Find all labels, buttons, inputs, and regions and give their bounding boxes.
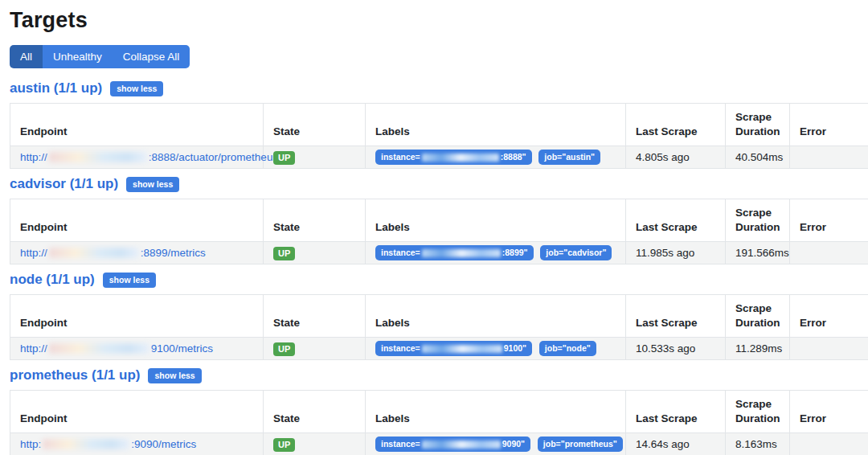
col-header-state: State — [264, 391, 366, 433]
redacted-host-blur — [43, 439, 129, 449]
instance-label-badge[interactable]: instance=:8888" — [375, 150, 532, 165]
col-header-endpoint: Endpoint — [10, 391, 264, 433]
job-label-badge[interactable]: job="cadvisor" — [540, 245, 612, 260]
col-header-state: State — [264, 199, 366, 242]
endpoint-prefix: http:// — [20, 247, 47, 259]
endpoint-link[interactable]: http://9100/metrics — [20, 342, 213, 355]
instance-label-prefix: instance= — [381, 153, 420, 162]
show-less-button[interactable]: show less — [148, 368, 201, 383]
labels-cell: instance=9100" job="node" — [366, 338, 626, 360]
instance-label-prefix: instance= — [381, 440, 420, 449]
labels-cell: instance=:8899" job="cadvisor" — [366, 242, 626, 264]
job-header: cadvisor (1/1 up) show less — [10, 176, 868, 192]
endpoint-cell: http::9090/metrics — [10, 433, 264, 455]
endpoint-link[interactable]: http://:8888/actuator/prometheus — [20, 151, 278, 163]
instance-label-badge[interactable]: instance=9090" — [375, 437, 530, 452]
redacted-host-blur — [49, 343, 149, 354]
col-header-scrape-duration: Scrape Duration — [726, 295, 790, 338]
job-title-link[interactable]: node (1/1 up) — [10, 272, 95, 288]
scrape-duration-cell: 191.566ms — [726, 242, 790, 264]
redacted-instance-blur — [422, 441, 501, 449]
job-section-prometheus: prometheus (1/1 up) show less Endpoint S… — [10, 367, 868, 455]
last-scrape-cell: 4.805s ago — [626, 146, 726, 169]
job-header: node (1/1 up) show less — [10, 272, 868, 288]
endpoint-link[interactable]: http::9090/metrics — [20, 438, 196, 450]
last-scrape-cell: 11.985s ago — [626, 242, 726, 264]
scrape-duration-cell: 40.504ms — [726, 146, 790, 169]
job-title-link[interactable]: austin (1/1 up) — [10, 80, 102, 96]
col-header-scrape-duration: Scrape Duration — [726, 104, 790, 146]
job-title-link[interactable]: prometheus (1/1 up) — [10, 367, 140, 383]
job-label-badge[interactable]: job="austin" — [538, 150, 600, 165]
error-cell — [790, 146, 868, 169]
endpoint-suffix: 9100/metrics — [151, 342, 213, 355]
table-header-row: Endpoint State Labels Last Scrape Scrape… — [10, 295, 868, 338]
last-scrape-cell: 10.533s ago — [626, 338, 726, 360]
endpoint-suffix: :8899/metrics — [141, 247, 206, 259]
targets-table: Endpoint State Labels Last Scrape Scrape… — [10, 103, 868, 169]
state-up-badge: UP — [273, 342, 295, 356]
targets-table: Endpoint State Labels Last Scrape Scrape… — [10, 390, 868, 455]
col-header-error: Error — [790, 199, 868, 242]
redacted-instance-blur — [422, 154, 499, 162]
col-header-endpoint: Endpoint — [10, 199, 264, 242]
col-header-last-scrape: Last Scrape — [626, 391, 726, 433]
error-cell — [790, 433, 868, 455]
col-header-labels: Labels — [366, 295, 626, 338]
job-header: austin (1/1 up) show less — [10, 80, 868, 96]
filter-button-group: All Unhealthy Collapse All — [10, 45, 190, 68]
endpoint-suffix: :8888/actuator/prometheus — [149, 151, 278, 163]
redacted-host-blur — [49, 152, 147, 162]
job-label-badge[interactable]: job="prometheus" — [538, 437, 623, 452]
col-header-scrape-duration: Scrape Duration — [726, 391, 790, 433]
state-up-badge: UP — [273, 438, 295, 452]
show-less-button[interactable]: show less — [103, 273, 156, 288]
col-header-last-scrape: Last Scrape — [626, 104, 726, 146]
endpoint-link[interactable]: http://:8899/metrics — [20, 247, 206, 259]
state-cell: UP — [264, 146, 366, 169]
target-row: http::9090/metrics UP instance=9090" job… — [10, 433, 868, 455]
targets-table: Endpoint State Labels Last Scrape Scrape… — [10, 294, 868, 360]
endpoint-prefix: http:// — [20, 151, 47, 163]
job-label-badge[interactable]: job="node" — [539, 341, 596, 356]
instance-label-badge[interactable]: instance=9100" — [375, 341, 532, 356]
redacted-instance-blur — [422, 249, 501, 257]
endpoint-cell: http://:8888/actuator/prometheus — [10, 146, 264, 169]
page-title: Targets — [10, 8, 868, 33]
filter-unhealthy-button[interactable]: Unhealthy — [43, 45, 113, 68]
filter-all-button[interactable]: All — [10, 45, 43, 68]
show-less-button[interactable]: show less — [110, 81, 163, 96]
error-cell — [790, 338, 868, 360]
instance-label-suffix: :8888" — [501, 153, 526, 162]
redacted-host-blur — [49, 248, 139, 258]
instance-label-prefix: instance= — [381, 248, 420, 257]
scrape-duration-cell: 11.289ms — [726, 338, 790, 360]
job-section-cadvisor: cadvisor (1/1 up) show less Endpoint Sta… — [10, 176, 868, 264]
col-header-labels: Labels — [366, 104, 626, 146]
state-cell: UP — [264, 433, 366, 455]
last-scrape-cell: 14.64s ago — [626, 433, 726, 455]
col-header-error: Error — [790, 104, 868, 146]
instance-label-suffix: 9090" — [502, 440, 525, 449]
instance-label-suffix: 9100" — [504, 344, 526, 353]
table-header-row: Endpoint State Labels Last Scrape Scrape… — [10, 104, 868, 146]
instance-label-prefix: instance= — [381, 344, 420, 353]
table-header-row: Endpoint State Labels Last Scrape Scrape… — [10, 199, 868, 242]
labels-cell: instance=:8888" job="austin" — [366, 146, 626, 169]
col-header-error: Error — [790, 391, 868, 433]
endpoint-prefix: http:// — [20, 342, 47, 355]
target-row: http://9100/metrics UP instance=9100" jo… — [10, 338, 868, 360]
redacted-instance-blur — [422, 345, 502, 353]
labels-cell: instance=9090" job="prometheus" — [366, 433, 626, 455]
show-less-button[interactable]: show less — [126, 177, 179, 192]
state-up-badge: UP — [273, 247, 295, 260]
instance-label-badge[interactable]: instance=:8899" — [375, 245, 534, 260]
col-header-endpoint: Endpoint — [10, 295, 264, 338]
targets-table: Endpoint State Labels Last Scrape Scrape… — [10, 199, 868, 264]
state-cell: UP — [264, 242, 366, 264]
target-row: http://:8888/actuator/prometheus UP inst… — [10, 146, 868, 169]
job-section-austin: austin (1/1 up) show less Endpoint State… — [10, 80, 868, 169]
col-header-labels: Labels — [366, 391, 626, 433]
collapse-all-button[interactable]: Collapse All — [113, 45, 190, 68]
job-title-link[interactable]: cadvisor (1/1 up) — [10, 176, 118, 192]
